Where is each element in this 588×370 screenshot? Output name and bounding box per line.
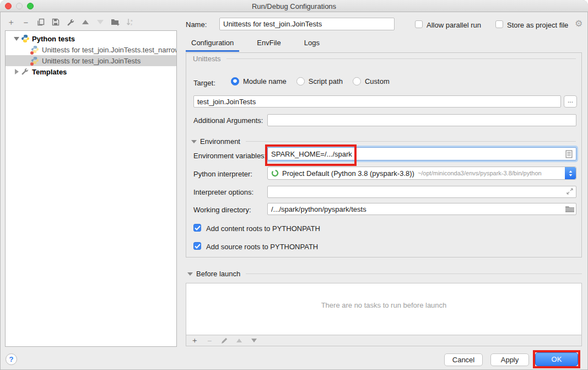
environment-variables-label: Environment variables: — [193, 152, 266, 160]
before-launch-panel: There are no tasks to run before launch … — [186, 283, 582, 346]
source-roots-label: Add source roots to PYTHONPATH — [206, 243, 318, 251]
ok-button[interactable]: OK — [535, 352, 578, 366]
interpreter-options-input[interactable] — [267, 186, 576, 198]
additional-arguments-input[interactable] — [267, 114, 576, 126]
environment-section-title: Environment — [200, 137, 240, 146]
before-launch-title: Before launch — [196, 270, 240, 278]
svg-text:a: a — [131, 19, 133, 22]
tab-configuration[interactable]: Configuration — [186, 35, 239, 52]
edit-variables-icon[interactable] — [565, 150, 574, 159]
wrench-icon — [21, 67, 30, 76]
remove-task-icon: − — [206, 337, 213, 345]
run-badge-icon — [30, 62, 34, 66]
move-up-icon[interactable] — [81, 18, 90, 26]
tree-item-label: Templates — [32, 68, 67, 76]
edit-templates-wrench-icon[interactable] — [66, 18, 75, 26]
expand-field-icon[interactable] — [567, 188, 575, 197]
working-directory-input[interactable] — [267, 203, 576, 215]
svg-text:z: z — [131, 23, 132, 26]
highlight-ok-box: OK — [533, 350, 580, 368]
interpreter-path: ~/opt/miniconda3/envs/pyspark-3.8/bin/py… — [418, 170, 542, 176]
tab-bar: Configuration EnvFile Logs — [186, 35, 325, 52]
name-label: Name: — [186, 20, 207, 29]
before-launch-empty-message: There are no tasks to run before launch — [186, 301, 581, 309]
tab-logs[interactable]: Logs — [299, 35, 325, 52]
unittests-section-title: Unittests — [193, 55, 221, 63]
radio-unselected-icon — [296, 77, 305, 85]
source-roots-checkbox[interactable] — [193, 242, 201, 250]
allow-parallel-run-checkbox[interactable] — [415, 20, 423, 28]
gear-icon[interactable]: ⚙ — [575, 18, 582, 29]
run-badge-icon — [30, 51, 34, 55]
target-label: Target: — [193, 79, 215, 87]
window-title: Run/Debug Configurations — [0, 2, 588, 10]
collapse-before-launch-icon[interactable] — [187, 272, 193, 276]
python-test-icon — [31, 56, 40, 65]
task-up-icon — [235, 337, 243, 345]
chevron-down-icon[interactable] — [12, 37, 21, 41]
highlight-env-vars-box — [265, 144, 357, 166]
radio-label: Custom — [365, 77, 390, 85]
folder-icon[interactable] — [565, 205, 574, 214]
combo-arrows-icon[interactable] — [565, 167, 576, 179]
tab-envfile[interactable]: EnvFile — [251, 35, 286, 52]
browse-button[interactable]: ... — [564, 95, 577, 108]
radio-script-path[interactable]: Script path — [296, 77, 343, 85]
move-down-icon — [96, 18, 105, 26]
collapse-environment-icon[interactable] — [191, 140, 197, 143]
copy-configuration-icon[interactable] — [36, 18, 45, 26]
python-interpreter-label: Python interpreter: — [193, 170, 252, 178]
remove-configuration-icon[interactable]: − — [21, 18, 30, 26]
save-configuration-icon[interactable] — [51, 18, 60, 26]
configurations-tree: Python tests Unittests for test_join.Joi… — [5, 30, 177, 347]
unittests-group: Unittests Target: Module name Script pat… — [186, 52, 582, 258]
section-divider — [246, 274, 582, 274]
interpreter-value: Project Default (Python 3.8 (pyspark-3.8… — [282, 169, 414, 178]
working-directory-label: Working directory: — [193, 206, 251, 214]
radio-unselected-icon — [353, 77, 361, 85]
target-radio-group: Module name Script path Custom — [231, 77, 390, 85]
title-bar: Run/Debug Configurations — [0, 0, 588, 12]
tree-item-label: Unittests for test_join.JoinTests — [42, 57, 141, 65]
run-debug-configurations-dialog: Run/Debug Configurations ＋ − az Pytho — [0, 0, 588, 370]
name-input[interactable] — [219, 18, 395, 30]
store-as-project-file-label: Store as project file — [507, 21, 568, 29]
radio-label: Module name — [243, 77, 287, 85]
radio-module-name[interactable]: Module name — [231, 77, 287, 85]
target-input[interactable] — [193, 95, 561, 108]
radio-label: Script path — [309, 77, 343, 85]
content-roots-label: Add content roots to PYTHONPATH — [206, 224, 320, 233]
sort-configurations-icon: az — [126, 18, 134, 26]
before-launch-task-list[interactable]: There are no tasks to run before launch — [186, 283, 581, 335]
cancel-button[interactable]: Cancel — [444, 353, 483, 366]
python-icon — [21, 34, 30, 43]
tree-item-templates[interactable]: Templates — [6, 66, 176, 77]
tree-item-unittest-jointests[interactable]: Unittests for test_join.JoinTests — [6, 55, 176, 66]
chevron-right-icon[interactable] — [12, 69, 21, 74]
radio-custom[interactable]: Custom — [353, 77, 390, 85]
tree-item-label: Unittests for test_join.JoinTests.test_n… — [42, 46, 176, 54]
section-divider — [226, 58, 576, 59]
conda-env-icon — [271, 169, 279, 177]
tree-item-unittest-narrow[interactable]: Unittests for test_join.JoinTests.test_n… — [6, 44, 176, 55]
new-folder-icon[interactable] — [111, 18, 120, 26]
additional-arguments-label: Additional Arguments: — [193, 116, 263, 125]
python-test-icon — [31, 45, 40, 54]
apply-button[interactable]: Apply — [490, 353, 529, 366]
section-divider — [246, 141, 576, 142]
allow-parallel-run-label: Allow parallel run — [427, 21, 481, 29]
task-down-icon — [250, 337, 258, 345]
help-icon[interactable]: ? — [6, 353, 17, 365]
before-launch-toolbar: ＋ − — [186, 335, 581, 346]
content-roots-checkbox[interactable] — [193, 224, 201, 232]
tree-item-python-tests[interactable]: Python tests — [6, 33, 176, 44]
add-task-icon[interactable]: ＋ — [191, 337, 198, 345]
add-configuration-icon[interactable]: ＋ — [7, 18, 15, 26]
edit-task-icon — [220, 337, 228, 345]
store-as-project-file-checkbox[interactable] — [495, 20, 503, 28]
configurations-toolbar: ＋ − az — [7, 18, 134, 26]
radio-selected-icon — [231, 77, 239, 85]
tree-item-label: Python tests — [32, 35, 75, 43]
interpreter-options-label: Interpreter options: — [193, 188, 253, 196]
python-interpreter-select[interactable]: Project Default (Python 3.8 (pyspark-3.8… — [267, 167, 576, 180]
